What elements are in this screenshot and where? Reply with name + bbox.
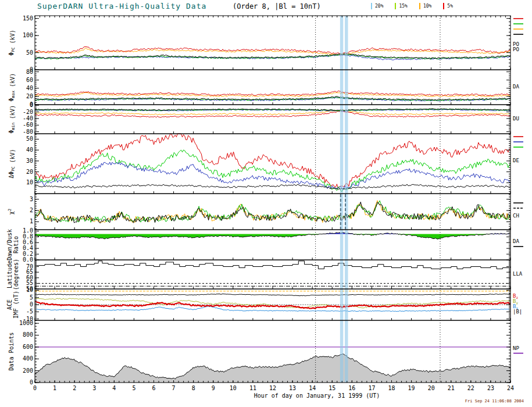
y-tick-label: 10 [26,287,33,293]
y-tick-label: 20 [26,93,33,99]
series-imf-babs [35,294,510,296]
right-panel-label: CH [513,213,519,219]
panel-imf [35,291,510,312]
y-tick-label: 600 [23,344,33,350]
y-axis-title: χ2 [8,209,15,215]
x-tick-label: 7 [172,385,176,391]
y-tick-label: 5 [30,294,33,301]
y-tick-label: 1000 [19,320,33,326]
y-tick-label: 50 [26,49,33,56]
panel-chi [35,194,510,229]
panel-frame [35,70,510,105]
panel-frame [35,260,510,289]
y-axis-title: Φmax (kV) [8,73,16,102]
x-tick-label: 13 [289,385,296,391]
y-tick-label: 60 [26,77,33,83]
x-tick-label: 19 [408,385,415,391]
right-panel-label: LLA [513,271,523,277]
panel-max [35,91,510,101]
y-tick-label: 200 [23,367,33,374]
y-tick-label: 800 [23,331,33,338]
x-tick-label: 4 [112,385,116,391]
y-tick-label: 20 [26,169,33,175]
y-axis-title: Latitude [6,260,13,288]
y-tick-label: 80 [26,69,33,75]
right-panel-label: DE [513,158,519,163]
area-npts [35,354,510,383]
right-panel-label: PO [513,47,519,52]
right-panel-label: NP [513,345,519,351]
axes-min: 0-20-40-60-80Φmin (kV)DU [8,102,519,134]
series-dpc-red [35,134,510,188]
y-axis-title: Φmin (kV) [8,105,16,134]
y-tick-label: -80 [23,128,33,135]
x-tick-label: 18 [388,385,395,391]
y-axis-title: (degrees) [13,259,19,290]
x-tick-label: 12 [269,385,276,391]
y-tick-label: -60 [23,122,33,128]
x-tick-label: 23 [487,385,494,391]
series-dpc-black [35,184,510,190]
x-tick-label: 11 [249,385,256,391]
right-panel-label: DU [513,116,519,122]
y-axis-title: Dawn/Dusk [6,229,13,260]
y-tick-label: 40 [26,85,33,91]
panel-min [35,109,510,117]
x-tick-label: 24 [507,385,514,391]
panel-dpc [35,134,510,192]
x-tick-label: 1 [53,385,56,391]
right-panel-label: DA [513,238,519,244]
series-pc-red [35,47,510,54]
y-tick-label: -40 [23,115,33,122]
y-axis-title: Data Points [8,332,15,370]
y-tick-label: 0.0 [23,256,33,263]
series-imf-bz [35,302,510,309]
panel-pc [35,47,510,60]
panel-ratio [35,233,510,240]
x-tick-label: 16 [348,385,355,391]
axes-pc: 150100500ΦPC (kV)POPO [8,15,523,73]
y-tick-label: 0 [30,301,33,308]
y-tick-label: -20 [23,109,33,115]
superdarn-figure: SuperDARN Ultra-High-Quality Data (Order… [0,0,532,407]
x-tick-label: 20 [428,385,435,391]
panel-frame [35,16,510,70]
x-tick-label: 10 [230,385,237,391]
x-tick-label: 22 [467,385,474,391]
y-axis-title: ΔΦPC (kV) [8,149,16,178]
axes-lat: 7065605550Latitude(degrees)LLA [6,259,523,292]
x-tick-label: 6 [152,385,155,391]
x-tick-label: 15 [329,385,335,391]
series-imf-bx [35,306,510,312]
y-tick-label: 0 [30,102,33,108]
y-tick-label: 10 [26,179,33,185]
series-dpc-green [35,150,510,192]
panel-frame [35,194,510,230]
x-tick-label: 5 [132,385,135,391]
y-axis-title: ΦPC (kV) [8,30,16,56]
right-panel-label: DA [513,84,519,90]
ratio-above-fill [35,233,510,234]
right-panel-label: |B| [513,309,522,315]
y-axis-title: ACE [6,299,13,310]
series-chi-black [35,202,510,223]
y-axis-title: IMF (nT) [13,291,19,319]
y-axis-title: Ratio [13,236,19,254]
y-tick-label: 40 [26,147,33,153]
axes-ratio: 1.00.80.60.40.20.0Dawn/DuskRatioDA [6,227,524,263]
y-tick-label: 1 [30,218,33,224]
x-axis-title: Hour of day on January, 31 1999 (UT) [254,392,380,399]
y-tick-label: 30 [26,158,33,164]
x-tick-label: 0 [33,385,37,391]
highlight-band [340,16,343,383]
credit-timestamp: Fri Sep 24 11:06:08 2004 [465,399,524,404]
y-tick-label: 400 [23,355,33,362]
y-tick-label: 2 [30,207,33,213]
x-tick-label: 8 [192,385,195,391]
x-tick-label: 9 [212,385,215,391]
highlight-band [345,16,348,383]
y-tick-label: 3 [30,196,33,202]
x-tick-label: 21 [448,385,455,391]
x-tick-label: 2 [73,385,76,391]
y-tick-label: -5 [26,308,33,315]
